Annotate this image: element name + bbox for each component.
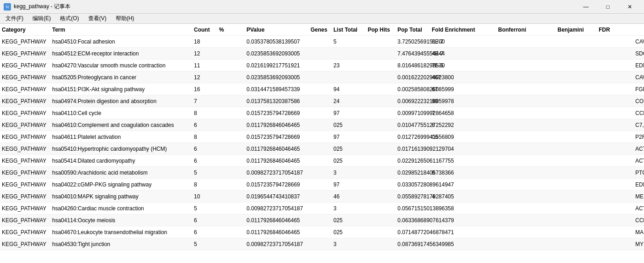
- table-row: KEGG_PATHWAY hsa04114:Oocyte meiosis 6 0…: [0, 214, 644, 226]
- menu-help[interactable]: 帮助(H): [112, 14, 138, 23]
- cell-genelist: PTGIS, PTGDS,: [633, 169, 644, 176]
- cell-fdr: [597, 53, 633, 54]
- cell-percent: [217, 148, 245, 149]
- cell-pvalue: 0.0235853692093005: [245, 74, 309, 81]
- cell-count: 6: [192, 145, 217, 153]
- table-header: Category Term Count % PValue Genes List …: [0, 24, 644, 36]
- table-row: KEGG_PATHWAY hsa04512:ECM-receptor inter…: [0, 48, 644, 60]
- cell-benjamini: [556, 53, 597, 54]
- table-row: KEGG_PATHWAY hsa04270:Vascular smooth mu…: [0, 60, 644, 71]
- cell-genes: [309, 172, 332, 173]
- cell-category: KEGG_PATHWAY: [0, 193, 50, 200]
- cell-fdr: [597, 89, 633, 90]
- cell-foldenrichment: [430, 244, 496, 245]
- cell-genes: [309, 196, 332, 197]
- cell-count: 10: [192, 193, 217, 200]
- cell-genelist: MEF2C, FGFR3,: [633, 193, 644, 200]
- cell-term: hsa04670:Leukocyte transendothelial migr…: [50, 229, 192, 236]
- cell-genes: [309, 125, 332, 126]
- cell-benjamini: [556, 77, 597, 78]
- col-header-fdr: FDR: [597, 26, 633, 33]
- cell-poptotal: 0.00692223216059978: [396, 98, 430, 105]
- table-row: KEGG_PATHWAY hsa04530:Tight junction 5 0…: [0, 238, 644, 250]
- cell-term: hsa04022:cGMP-PKG signaling pathway: [50, 181, 192, 188]
- table-row: KEGG_PATHWAY hsa05410:Hypertrophic cardi…: [0, 143, 644, 155]
- cell-pophits: [366, 137, 396, 137]
- cell-benjamini: [556, 196, 597, 197]
- cell-bonferroni: [496, 148, 556, 149]
- cell-listtotal: [332, 53, 366, 54]
- cell-pophits: [366, 77, 396, 78]
- cell-pvalue: 0.0353780538139507: [245, 38, 309, 45]
- cell-category: KEGG_PATHWAY: [0, 110, 50, 117]
- cell-bonferroni: [496, 137, 556, 137]
- minimize-button[interactable]: —: [575, 0, 596, 14]
- cell-fdr: [597, 160, 633, 161]
- col-header-bonferroni: Bonferroni: [496, 26, 556, 33]
- cell-count: 12: [192, 50, 217, 57]
- col-header-benjamini: Benjamini: [556, 26, 597, 33]
- cell-percent: [217, 232, 245, 233]
- cell-category: KEGG_PATHWAY: [0, 229, 50, 236]
- content-area[interactable]: Category Term Count % PValue Genes List …: [0, 24, 644, 263]
- close-button[interactable]: ✕: [619, 0, 640, 14]
- menu-file[interactable]: 文件(F): [2, 14, 27, 23]
- cell-bonferroni: [496, 41, 556, 42]
- cell-fdr: [597, 41, 633, 42]
- cell-term: hsa04151:PI3K-Akt signaling pathway: [50, 86, 192, 93]
- cell-pophits: [366, 89, 396, 90]
- notepad-icon: N: [4, 3, 11, 11]
- cell-pophits: [366, 184, 396, 185]
- cell-pophits: [366, 244, 396, 245]
- cell-benjamini: [556, 41, 597, 42]
- cell-listtotal: 3: [332, 241, 366, 248]
- cell-category: KEGG_PATHWAY: [0, 217, 50, 224]
- cell-pvalue: 0.0117926846046465: [245, 121, 309, 129]
- cell-pophits: [366, 125, 396, 126]
- cell-count: 11: [192, 62, 217, 69]
- cell-pvalue: 0.0216199217751921: [245, 62, 309, 69]
- cell-genes: [309, 148, 332, 149]
- cell-pvalue: 0.0314471589457339: [245, 86, 309, 93]
- cell-genes: [309, 89, 332, 90]
- cell-genelist: COL3: [633, 98, 644, 105]
- cell-category: KEGG_PATHWAY: [0, 241, 50, 248]
- table-row: KEGG_PATHWAY hsa04110:Cell cycle 8 0.015…: [0, 107, 644, 119]
- cell-fdr: [597, 172, 633, 173]
- cell-category: KEGG_PATHWAY: [0, 38, 50, 45]
- cell-listtotal: 025: [332, 145, 366, 153]
- cell-count: 12: [192, 74, 217, 81]
- cell-foldenrichment: 06: [430, 133, 496, 141]
- menu-edit[interactable]: 编辑(E): [29, 14, 54, 23]
- menu-view[interactable]: 查看(V): [85, 14, 110, 23]
- cell-count: 5: [192, 169, 217, 176]
- cell-bonferroni: [496, 172, 556, 173]
- cell-listtotal: 97: [332, 110, 366, 117]
- cell-benjamini: [556, 65, 597, 66]
- cell-term: hsa04512:ECM-receptor interaction: [50, 50, 192, 57]
- maximize-button[interactable]: □: [597, 0, 618, 14]
- table-row: KEGG_PATHWAY hsa04510:Focal adhesion 18 …: [0, 36, 644, 48]
- cell-percent: [217, 184, 245, 185]
- cell-percent: [217, 101, 245, 102]
- cell-percent: [217, 53, 245, 54]
- cell-category: KEGG_PATHWAY: [0, 62, 50, 69]
- cell-pvalue: 0.0117926846046465: [245, 157, 309, 164]
- cell-bonferroni: [496, 184, 556, 185]
- col-header-pophits: Pop Hits: [366, 26, 396, 33]
- col-header-category: Category: [0, 26, 50, 33]
- title-bar-left: N kegg_pathway - 记事本: [4, 3, 70, 11]
- menu-format[interactable]: 格式(O): [56, 14, 82, 23]
- cell-count: 8: [192, 133, 217, 141]
- cell-percent: [217, 137, 245, 137]
- cell-genelist: CCNB1, CCNB2, AURKA, C: [633, 217, 644, 224]
- cell-listtotal: 3: [332, 169, 366, 176]
- cell-term: hsa05414:Dilated cardiomyopathy: [50, 157, 192, 164]
- cell-category: KEGG_PATHWAY: [0, 133, 50, 141]
- cell-listtotal: 97: [332, 181, 366, 188]
- cell-pophits: [366, 232, 396, 233]
- cell-genes: [309, 220, 332, 221]
- cell-benjamini: [556, 160, 597, 161]
- cell-pophits: [366, 196, 396, 197]
- table-row: KEGG_PATHWAY hsa04022:cGMP-PKG signaling…: [0, 179, 644, 191]
